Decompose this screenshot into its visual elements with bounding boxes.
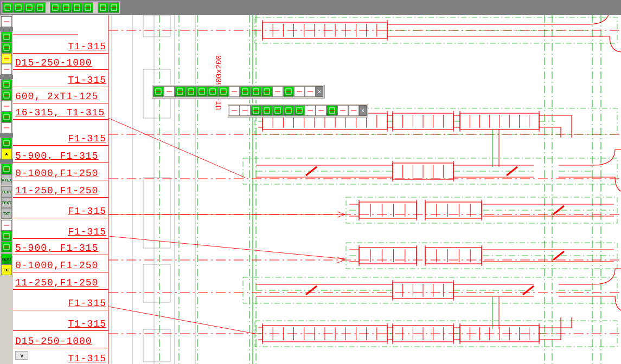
lbtn-20[interactable]	[1, 242, 12, 252]
f1-3[interactable]	[175, 86, 185, 97]
floating-toolbar-1[interactable]: ×	[151, 84, 325, 99]
f1-14-icon	[296, 88, 303, 95]
f2-10[interactable]	[326, 105, 337, 116]
lbtn-21[interactable]: TEXT	[1, 253, 12, 264]
btn-e-icon	[52, 4, 59, 11]
lbtn-10[interactable]	[1, 122, 12, 133]
btn-b[interactable]	[13, 2, 24, 13]
svg-rect-152	[425, 202, 482, 218]
btn-i[interactable]	[98, 2, 108, 13]
close-icon[interactable]: ×	[316, 86, 323, 97]
btn-e[interactable]	[50, 2, 61, 13]
f2-3-icon	[252, 107, 260, 114]
lbtn-11[interactable]	[1, 138, 12, 148]
f1-13[interactable]	[283, 86, 294, 97]
f2-1-icon	[231, 107, 238, 114]
f1-2[interactable]	[164, 86, 175, 97]
f1-1[interactable]	[153, 86, 164, 97]
f1-13-icon	[285, 88, 292, 95]
btn-b-icon	[15, 4, 22, 11]
lbtn-17[interactable]: TXT	[1, 208, 12, 219]
lbtn-1[interactable]	[1, 16, 12, 27]
f2-6[interactable]	[283, 105, 294, 116]
f2-12[interactable]	[348, 105, 359, 116]
btn-g-icon	[73, 4, 81, 11]
duct-label: T1-315	[68, 318, 106, 329]
f2-2[interactable]	[240, 105, 251, 116]
lbtn-19[interactable]	[1, 231, 12, 242]
floating-toolbar-2[interactable]: ×	[227, 103, 368, 118]
drawing-canvas[interactable]: UI-1 500x200 T1-315D15-250-1000T1-315600…	[13, 15, 621, 364]
f1-9[interactable]	[240, 86, 251, 97]
btn-d[interactable]	[35, 2, 46, 13]
lbtn-5[interactable]	[1, 64, 12, 75]
lbtn-13[interactable]	[1, 164, 12, 174]
close-icon[interactable]: ×	[359, 105, 367, 116]
f1-11-icon	[263, 88, 271, 95]
lbtn-11-icon	[3, 139, 10, 147]
f1-12[interactable]	[272, 86, 283, 97]
lbtn-3[interactable]	[1, 42, 12, 53]
f1-7[interactable]	[218, 86, 229, 97]
f1-10[interactable]	[251, 86, 261, 97]
lbtn-3-icon	[3, 44, 10, 51]
duct-label: D15-250-1000	[15, 336, 92, 347]
btn-h-icon	[84, 4, 92, 11]
lbtn-6[interactable]	[1, 79, 12, 90]
f1-15-icon	[306, 88, 314, 95]
btn-c[interactable]	[24, 2, 35, 13]
lbtn-2[interactable]	[1, 31, 12, 42]
lbtn-8[interactable]	[1, 101, 12, 112]
duct-label: D15-250-1000	[15, 57, 92, 68]
f1-11[interactable]	[261, 86, 272, 97]
duct-label: F1-315	[68, 298, 106, 309]
lbtn-9-icon	[3, 113, 10, 121]
f2-2-icon	[241, 107, 249, 114]
f2-10-icon	[328, 107, 336, 114]
lbtn-4[interactable]	[1, 53, 12, 64]
btn-j[interactable]	[108, 2, 119, 13]
label-column: T1-315D15-250-1000T1-315600, 2xT1-12516-…	[13, 15, 108, 364]
btn-c-icon	[25, 4, 33, 11]
btn-f[interactable]	[61, 2, 72, 13]
f2-11[interactable]	[337, 105, 348, 116]
f1-4[interactable]	[185, 86, 196, 97]
duct-label: 11-250,F1-250	[15, 185, 98, 196]
svg-rect-274	[143, 15, 170, 37]
f2-8[interactable]	[305, 105, 316, 116]
f1-1-icon	[155, 88, 162, 95]
f1-6[interactable]	[207, 86, 218, 97]
lbtn-16[interactable]: TEXT	[1, 197, 12, 208]
btn-j-icon	[110, 4, 118, 11]
f1-4-icon	[187, 88, 195, 95]
f1-15[interactable]	[305, 86, 316, 97]
f2-5[interactable]	[272, 105, 283, 116]
f1-8[interactable]	[229, 86, 240, 97]
btn-a[interactable]	[2, 2, 13, 13]
f2-7[interactable]	[294, 105, 305, 116]
lbtn-7[interactable]	[1, 90, 12, 101]
duct-label: 0-1000,F1-250	[15, 168, 98, 179]
duct-label: F1-315	[68, 206, 106, 217]
lbtn-15[interactable]: TEXT	[1, 186, 12, 197]
f2-1[interactable]	[229, 105, 240, 116]
f2-4[interactable]	[261, 105, 272, 116]
lbtn-22[interactable]: TXT	[1, 264, 12, 275]
f2-9-icon	[317, 107, 325, 114]
lbtn-9[interactable]	[1, 112, 12, 122]
lbtn-14[interactable]: ΦTEX	[1, 174, 12, 185]
f1-5[interactable]	[196, 86, 207, 97]
f1-14[interactable]	[294, 86, 305, 97]
btn-g[interactable]	[72, 2, 82, 13]
f1-5-icon	[198, 88, 206, 95]
duct-label: T1-315	[68, 41, 106, 52]
btn-h[interactable]	[82, 2, 93, 13]
dropdown-chevron[interactable]: ∨	[15, 351, 28, 360]
lbtn-12[interactable]: A	[1, 148, 12, 159]
lbtn-1-icon	[3, 18, 10, 25]
f2-3[interactable]	[251, 105, 261, 116]
f2-9[interactable]	[316, 105, 326, 116]
f2-11-icon	[339, 107, 347, 114]
f1-6-icon	[209, 88, 216, 95]
lbtn-18[interactable]	[1, 220, 12, 231]
